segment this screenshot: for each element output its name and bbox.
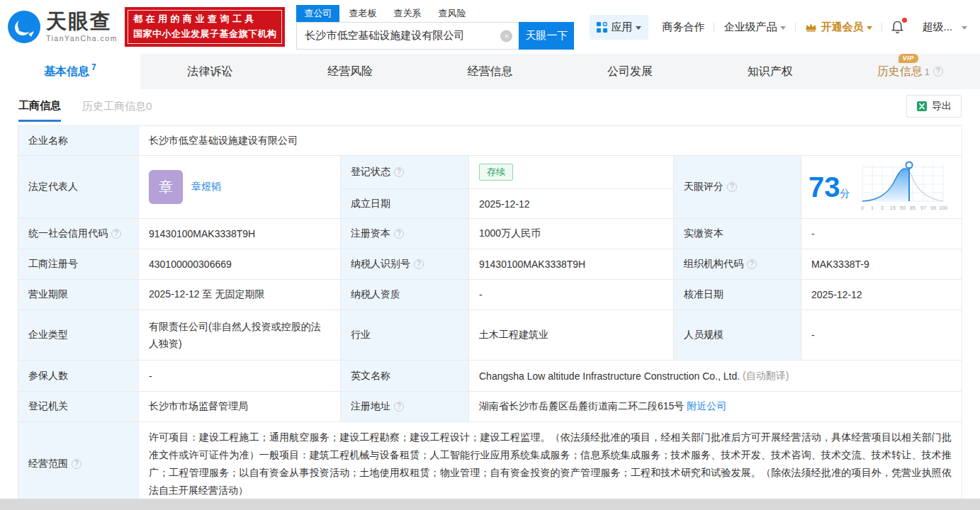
help-icon[interactable]: ? (727, 182, 737, 192)
search-tab-company[interactable]: 查公司 (296, 5, 339, 22)
tab-history-info[interactable]: 历史信息 VIP 1 ? (840, 54, 980, 89)
field-label-english-name: 英文名称 (341, 361, 469, 391)
svg-text:0: 0 (861, 205, 864, 210)
export-label: 导出 (932, 100, 952, 113)
tab-company-development[interactable]: 公司发展 (560, 54, 700, 89)
tab-intellectual-property[interactable]: 知识产权 (700, 54, 840, 89)
svg-text:50: 50 (900, 205, 906, 210)
field-value-paid-capital: - (801, 219, 962, 249)
field-label-establish-date: 成立日期 (341, 189, 469, 218)
field-label-insured: 参保人数 (18, 361, 139, 391)
search-button[interactable]: 天眼一下 (519, 22, 574, 50)
nav-enterprise-products[interactable]: 企业级产品 (714, 21, 795, 34)
tab-label: 经营风险 (327, 64, 373, 79)
field-value-establish-date: 2025-12-12 (469, 189, 674, 218)
help-icon[interactable]: ? (394, 402, 404, 412)
auto-translate-note: (自动翻译) (743, 370, 789, 382)
page-bottom-strip (0, 499, 980, 510)
help-icon[interactable]: ? (72, 459, 81, 469)
help-icon[interactable]: ? (933, 67, 943, 76)
tab-label: 法律诉讼 (187, 64, 232, 79)
field-label-company-type: 企业类型 (18, 310, 139, 360)
nav-business-cooperation[interactable]: 商务合作 (653, 21, 714, 34)
table-row: 企业名称 长沙市低空基础设施建设有限公司 (18, 126, 962, 156)
field-value-reg-status: 存续 (469, 156, 674, 188)
field-value-tianyan-score[interactable]: 73分 (801, 156, 962, 218)
table-row: 登记机关 长沙市市场监督管理局 注册地址 ? 湖南省长沙市岳麓区岳麓街道南二环二… (18, 392, 962, 422)
tianyancha-page: 天眼查 TianYanCha.com 都在用的商业查询工具 国家中小企业发展子基… (0, 0, 980, 510)
top-nav: 应用 商务合作 企业级产品 开通会员 (590, 15, 970, 40)
promo-line1: 都在用的商业查询工具 (133, 12, 277, 27)
field-value-company-name: 长沙市低空基础设施建设有限公司 (139, 126, 962, 155)
status-badge: 存续 (479, 164, 513, 181)
tab-legal-proceedings[interactable]: 法律诉讼 (140, 54, 281, 89)
help-icon[interactable]: ? (111, 229, 121, 239)
field-label-paid-capital: 实缴资本 (674, 219, 801, 249)
user-menu[interactable]: 超级... (913, 21, 962, 34)
notifications-bell[interactable] (882, 21, 913, 34)
score-number: 73 (809, 171, 840, 203)
field-value-english-name: Changsha Low altitude Infrastructure Con… (469, 361, 962, 391)
field-label-business-scope: 经营范围 ? (18, 422, 139, 506)
table-row: 企业类型 有限责任公司(非自然人投资或控股的法人独资) 行业 土木工程建筑业 人… (18, 310, 962, 361)
table-row: 营业期限 2025-12-12 至 无固定期限 纳税人资质 - 核准日期 202… (18, 280, 962, 310)
field-value-insured: - (139, 361, 341, 391)
tianyancha-logo-icon (7, 10, 41, 44)
biz-label: 商务合作 (662, 21, 704, 34)
top-header: 天眼查 TianYanCha.com 都在用的商业查询工具 国家中小企业发展子基… (0, 0, 980, 54)
help-icon[interactable]: ? (394, 229, 404, 239)
score-distribution-chart: 0 1 3 15 50 85 97 99 100 (856, 160, 951, 214)
tab-operating-info[interactable]: 经营信息 (420, 54, 561, 89)
search-box: × 天眼一下 (296, 22, 574, 50)
table-row: 统一社会信用代码 ? 91430100MAK3338T9H 注册资本 ? 100… (18, 219, 962, 249)
help-icon[interactable]: ? (747, 259, 757, 269)
search-tab-boss[interactable]: 查老板 (349, 5, 376, 22)
chevron-down-icon[interactable] (962, 26, 967, 30)
field-label-reg-capital: 注册资本 ? (341, 219, 469, 249)
logo[interactable]: 天眼查 TianYanCha.com (7, 10, 118, 44)
field-value-legal-rep: 章 章煜韬 (139, 156, 341, 218)
field-value-approval-date: 2025-12-12 (801, 280, 962, 310)
vip-badge: VIP (899, 54, 918, 63)
svg-text:85: 85 (910, 205, 916, 210)
svg-text:15: 15 (890, 205, 896, 210)
username: 超级... (922, 21, 952, 34)
svg-text:97: 97 (920, 205, 926, 210)
nav-open-vip[interactable]: 开通会员 (796, 21, 882, 34)
apps-label: 应用 (611, 21, 632, 34)
search-area: 查公司 查老板 查关系 查风险 × 天眼一下 (296, 4, 574, 50)
subtab-history-business-info[interactable]: 历史工商信息0 (82, 91, 152, 120)
chevron-down-icon (867, 26, 872, 30)
logo-text: 天眼查 TianYanCha.com (46, 11, 118, 42)
field-label-credit-code: 统一社会信用代码 ? (18, 219, 139, 249)
field-value-taxpayer-quality: - (469, 280, 674, 310)
subtab-business-info[interactable]: 工商信息 (18, 90, 61, 122)
field-label-reg-status: 登记状态 ? (341, 156, 469, 188)
apps-menu[interactable]: 应用 (590, 15, 648, 40)
field-label-tianyan-score: 天眼评分 ? (674, 156, 801, 218)
help-icon[interactable]: ? (394, 167, 404, 177)
svg-text:3: 3 (881, 205, 884, 210)
legal-rep-link[interactable]: 章煜韬 (191, 181, 221, 193)
export-button[interactable]: 导出 (906, 95, 962, 118)
tab-label: 经营信息 (468, 64, 513, 79)
avatar[interactable]: 章 (149, 170, 183, 204)
brand-domain: TianYanCha.com (46, 34, 118, 42)
tab-operating-risk[interactable]: 经营风险 (280, 54, 420, 89)
crown-icon (805, 22, 817, 32)
tab-basic-info[interactable]: 基本信息 7 (0, 54, 140, 89)
field-label-approval-date: 核准日期 (674, 280, 801, 310)
search-input[interactable] (296, 22, 519, 50)
search-tab-risk[interactable]: 查风险 (438, 5, 466, 22)
field-value-org-code: MAK3338T-9 (801, 249, 962, 279)
search-tab-relation[interactable]: 查关系 (393, 5, 421, 22)
notification-dot (902, 18, 907, 23)
section-tabs: 基本信息 7 法律诉讼 经营风险 经营信息 公司发展 知识产权 历史信息 VIP… (0, 54, 980, 89)
field-value-reg-number: 430100000306669 (139, 249, 341, 279)
field-value-industry: 土木工程建筑业 (469, 310, 674, 360)
nearby-companies-link[interactable]: 附近公司 (687, 400, 726, 413)
clear-search-icon[interactable]: × (500, 30, 512, 42)
help-icon[interactable]: ? (414, 259, 424, 269)
tab-label: 基本信息 (44, 64, 89, 79)
field-label-business-term: 营业期限 (18, 280, 139, 310)
